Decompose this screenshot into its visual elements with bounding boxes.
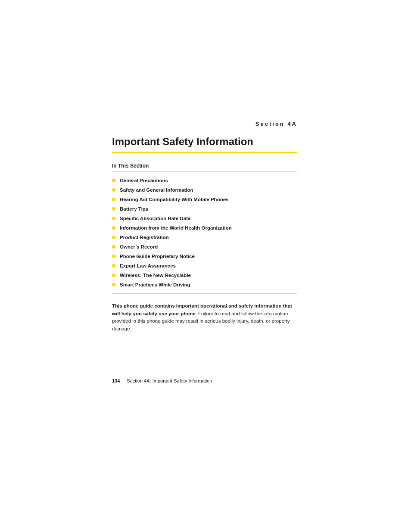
list-item-label: Smart Practices While Driving xyxy=(120,282,190,287)
list-item-label: Information from the World Health Organi… xyxy=(120,225,232,230)
list-item: Owner’s Record xyxy=(112,244,297,249)
list-item-label: Export Law Assurances xyxy=(120,263,176,268)
page: Section 4A Important Safety Information … xyxy=(0,0,411,532)
list-item: Phone Guide Proprietary Notice xyxy=(112,254,297,259)
list-item: General Precautions xyxy=(112,178,297,183)
list-item: Smart Practices While Driving xyxy=(112,282,297,287)
list-item: Specific Absorption Rate Data xyxy=(112,216,297,221)
list-item: Safety and General Information xyxy=(112,187,297,193)
bullet-icon xyxy=(112,236,115,239)
list-item: Export Law Assurances xyxy=(112,263,297,268)
list-item-label: Safety and General Information xyxy=(120,187,193,193)
list-item: Battery Tips xyxy=(112,206,297,212)
bullet-icon xyxy=(112,188,115,192)
section-label: Section 4A xyxy=(112,121,297,127)
page-footer: 134 Section 4A: Important Safety Informa… xyxy=(112,378,297,383)
list-item-label: Owner’s Record xyxy=(120,244,158,249)
footer-section-label: Section 4A: Important Safety Information xyxy=(127,378,212,383)
toc-bottom-rule xyxy=(112,293,297,294)
bullet-icon xyxy=(112,217,115,220)
list-item-label: Wireless: The New Recyclable xyxy=(120,273,191,278)
yellow-rule-divider xyxy=(112,152,297,153)
list-item-label: Specific Absorption Rate Data xyxy=(120,216,190,221)
bullet-icon xyxy=(112,274,115,277)
list-item: Hearing Aid Compatibility With Mobile Ph… xyxy=(112,197,297,202)
list-item-label: Battery Tips xyxy=(120,206,148,212)
section-title: Important Safety Information xyxy=(112,136,297,148)
bullet-icon xyxy=(112,207,115,211)
bullet-icon xyxy=(112,198,115,201)
list-item-label: Phone Guide Proprietary Notice xyxy=(120,254,195,259)
description-block: This phone guide contains important oper… xyxy=(112,302,297,333)
toc-top-rule xyxy=(112,171,297,172)
bullet-icon xyxy=(112,264,115,268)
toc-list: General Precautions Safety and General I… xyxy=(112,178,297,287)
bullet-icon xyxy=(112,283,115,286)
list-item-label: Hearing Aid Compatibility With Mobile Ph… xyxy=(120,197,228,202)
list-item: Product Registration xyxy=(112,235,297,240)
toc-header: In This Section xyxy=(112,163,297,169)
list-item: Wireless: The New Recyclable xyxy=(112,273,297,278)
bullet-icon xyxy=(112,255,115,258)
bullet-icon xyxy=(112,226,115,230)
content-area: Section 4A Important Safety Information … xyxy=(112,121,297,333)
bullet-icon xyxy=(112,179,115,182)
list-item-label: Product Registration xyxy=(120,235,169,240)
list-item-label: General Precautions xyxy=(120,178,168,183)
page-number: 134 xyxy=(112,378,120,383)
bullet-icon xyxy=(112,245,115,249)
list-item: Information from the World Health Organi… xyxy=(112,225,297,230)
